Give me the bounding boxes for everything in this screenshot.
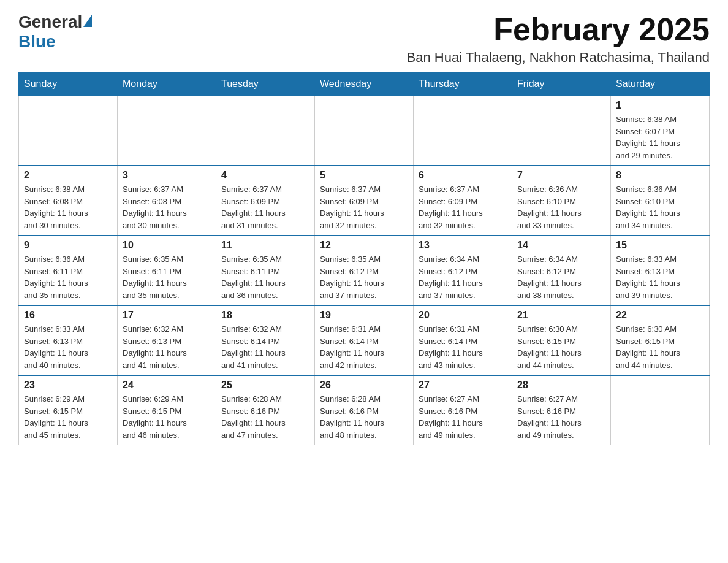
calendar-cell: 9Sunrise: 6:36 AM Sunset: 6:11 PM Daylig…	[19, 236, 118, 305]
calendar-cell: 28Sunrise: 6:27 AM Sunset: 6:16 PM Dayli…	[512, 375, 611, 445]
calendar-cell: 10Sunrise: 6:35 AM Sunset: 6:11 PM Dayli…	[118, 236, 216, 305]
calendar-cell: 4Sunrise: 6:37 AM Sunset: 6:09 PM Daylig…	[216, 166, 315, 236]
day-number: 21	[517, 310, 605, 321]
day-info: Sunrise: 6:29 AM Sunset: 6:15 PM Dayligh…	[123, 393, 211, 441]
week-row-3: 9Sunrise: 6:36 AM Sunset: 6:11 PM Daylig…	[19, 236, 710, 305]
calendar-cell: 22Sunrise: 6:30 AM Sunset: 6:15 PM Dayli…	[611, 305, 710, 375]
day-info: Sunrise: 6:37 AM Sunset: 6:09 PM Dayligh…	[320, 183, 408, 231]
calendar-cell: 11Sunrise: 6:35 AM Sunset: 6:11 PM Dayli…	[216, 236, 315, 305]
calendar-cell: 12Sunrise: 6:35 AM Sunset: 6:12 PM Dayli…	[315, 236, 414, 305]
day-info: Sunrise: 6:34 AM Sunset: 6:12 PM Dayligh…	[517, 253, 605, 301]
day-info: Sunrise: 6:30 AM Sunset: 6:15 PM Dayligh…	[616, 323, 704, 371]
calendar-cell: 6Sunrise: 6:37 AM Sunset: 6:09 PM Daylig…	[414, 166, 512, 236]
day-info: Sunrise: 6:35 AM Sunset: 6:11 PM Dayligh…	[123, 253, 211, 301]
day-number: 2	[24, 170, 112, 181]
calendar-cell	[512, 96, 611, 166]
weekday-header-monday: Monday	[118, 72, 216, 96]
title-area: February 2025 Ban Huai Thalaeng, Nakhon …	[407, 12, 710, 66]
day-number: 17	[123, 310, 211, 321]
day-info: Sunrise: 6:32 AM Sunset: 6:13 PM Dayligh…	[123, 323, 211, 371]
calendar-cell	[216, 96, 315, 166]
calendar-cell	[19, 96, 118, 166]
logo-blue-text: Blue	[18, 32, 56, 51]
day-info: Sunrise: 6:37 AM Sunset: 6:09 PM Dayligh…	[221, 183, 309, 231]
calendar-cell: 7Sunrise: 6:36 AM Sunset: 6:10 PM Daylig…	[512, 166, 611, 236]
calendar-cell: 27Sunrise: 6:27 AM Sunset: 6:16 PM Dayli…	[414, 375, 512, 445]
day-info: Sunrise: 6:36 AM Sunset: 6:10 PM Dayligh…	[517, 183, 605, 231]
day-number: 7	[517, 170, 605, 181]
logo-triangle-icon	[83, 15, 92, 27]
calendar-cell: 14Sunrise: 6:34 AM Sunset: 6:12 PM Dayli…	[512, 236, 611, 305]
day-number: 15	[616, 240, 704, 251]
calendar-cell: 17Sunrise: 6:32 AM Sunset: 6:13 PM Dayli…	[118, 305, 216, 375]
day-info: Sunrise: 6:29 AM Sunset: 6:15 PM Dayligh…	[24, 393, 112, 441]
day-info: Sunrise: 6:32 AM Sunset: 6:14 PM Dayligh…	[221, 323, 309, 371]
day-info: Sunrise: 6:31 AM Sunset: 6:14 PM Dayligh…	[419, 323, 507, 371]
week-row-4: 16Sunrise: 6:33 AM Sunset: 6:13 PM Dayli…	[19, 305, 710, 375]
day-info: Sunrise: 6:35 AM Sunset: 6:11 PM Dayligh…	[221, 253, 309, 301]
logo-general-text: General	[18, 12, 82, 32]
day-number: 9	[24, 240, 112, 251]
day-number: 22	[616, 310, 704, 321]
day-number: 16	[24, 310, 112, 321]
calendar-cell: 15Sunrise: 6:33 AM Sunset: 6:13 PM Dayli…	[611, 236, 710, 305]
calendar-cell: 2Sunrise: 6:38 AM Sunset: 6:08 PM Daylig…	[19, 166, 118, 236]
day-number: 23	[24, 380, 112, 391]
calendar-cell: 8Sunrise: 6:36 AM Sunset: 6:10 PM Daylig…	[611, 166, 710, 236]
calendar-table: SundayMondayTuesdayWednesdayThursdayFrid…	[18, 72, 710, 445]
day-number: 1	[616, 100, 704, 111]
calendar-cell: 5Sunrise: 6:37 AM Sunset: 6:09 PM Daylig…	[315, 166, 414, 236]
day-info: Sunrise: 6:36 AM Sunset: 6:10 PM Dayligh…	[616, 183, 704, 231]
day-number: 28	[517, 380, 605, 391]
calendar-cell: 16Sunrise: 6:33 AM Sunset: 6:13 PM Dayli…	[19, 305, 118, 375]
day-number: 13	[419, 240, 507, 251]
weekday-header-sunday: Sunday	[19, 72, 118, 96]
location-title: Ban Huai Thalaeng, Nakhon Ratchasima, Th…	[407, 50, 710, 66]
day-info: Sunrise: 6:35 AM Sunset: 6:12 PM Dayligh…	[320, 253, 408, 301]
page-header: General Blue February 2025 Ban Huai Thal…	[18, 12, 710, 66]
calendar-cell: 1Sunrise: 6:38 AM Sunset: 6:07 PM Daylig…	[611, 96, 710, 166]
day-number: 27	[419, 380, 507, 391]
calendar-cell: 26Sunrise: 6:28 AM Sunset: 6:16 PM Dayli…	[315, 375, 414, 445]
calendar-cell: 25Sunrise: 6:28 AM Sunset: 6:16 PM Dayli…	[216, 375, 315, 445]
calendar-cell: 23Sunrise: 6:29 AM Sunset: 6:15 PM Dayli…	[19, 375, 118, 445]
logo: General Blue	[18, 12, 93, 52]
day-info: Sunrise: 6:31 AM Sunset: 6:14 PM Dayligh…	[320, 323, 408, 371]
weekday-header-wednesday: Wednesday	[315, 72, 414, 96]
day-info: Sunrise: 6:34 AM Sunset: 6:12 PM Dayligh…	[419, 253, 507, 301]
day-info: Sunrise: 6:37 AM Sunset: 6:08 PM Dayligh…	[123, 183, 211, 231]
day-number: 12	[320, 240, 408, 251]
day-info: Sunrise: 6:30 AM Sunset: 6:15 PM Dayligh…	[517, 323, 605, 371]
week-row-2: 2Sunrise: 6:38 AM Sunset: 6:08 PM Daylig…	[19, 166, 710, 236]
day-number: 14	[517, 240, 605, 251]
day-info: Sunrise: 6:28 AM Sunset: 6:16 PM Dayligh…	[221, 393, 309, 441]
calendar-cell: 19Sunrise: 6:31 AM Sunset: 6:14 PM Dayli…	[315, 305, 414, 375]
calendar-cell	[315, 96, 414, 166]
day-number: 8	[616, 170, 704, 181]
day-number: 6	[419, 170, 507, 181]
calendar-cell: 20Sunrise: 6:31 AM Sunset: 6:14 PM Dayli…	[414, 305, 512, 375]
day-number: 19	[320, 310, 408, 321]
weekday-header-row: SundayMondayTuesdayWednesdayThursdayFrid…	[19, 72, 710, 96]
week-row-5: 23Sunrise: 6:29 AM Sunset: 6:15 PM Dayli…	[19, 375, 710, 445]
day-info: Sunrise: 6:37 AM Sunset: 6:09 PM Dayligh…	[419, 183, 507, 231]
day-number: 25	[221, 380, 309, 391]
day-number: 26	[320, 380, 408, 391]
calendar-cell	[118, 96, 216, 166]
day-number: 18	[221, 310, 309, 321]
month-title: February 2025	[407, 12, 710, 47]
day-number: 11	[221, 240, 309, 251]
day-number: 3	[123, 170, 211, 181]
weekday-header-thursday: Thursday	[414, 72, 512, 96]
day-number: 4	[221, 170, 309, 181]
day-info: Sunrise: 6:38 AM Sunset: 6:08 PM Dayligh…	[24, 183, 112, 231]
calendar-cell: 18Sunrise: 6:32 AM Sunset: 6:14 PM Dayli…	[216, 305, 315, 375]
weekday-header-friday: Friday	[512, 72, 611, 96]
calendar-cell	[611, 375, 710, 445]
day-info: Sunrise: 6:38 AM Sunset: 6:07 PM Dayligh…	[616, 113, 704, 161]
day-info: Sunrise: 6:33 AM Sunset: 6:13 PM Dayligh…	[24, 323, 112, 371]
calendar-cell: 3Sunrise: 6:37 AM Sunset: 6:08 PM Daylig…	[118, 166, 216, 236]
week-row-1: 1Sunrise: 6:38 AM Sunset: 6:07 PM Daylig…	[19, 96, 710, 166]
calendar-cell: 13Sunrise: 6:34 AM Sunset: 6:12 PM Dayli…	[414, 236, 512, 305]
day-info: Sunrise: 6:27 AM Sunset: 6:16 PM Dayligh…	[517, 393, 605, 441]
